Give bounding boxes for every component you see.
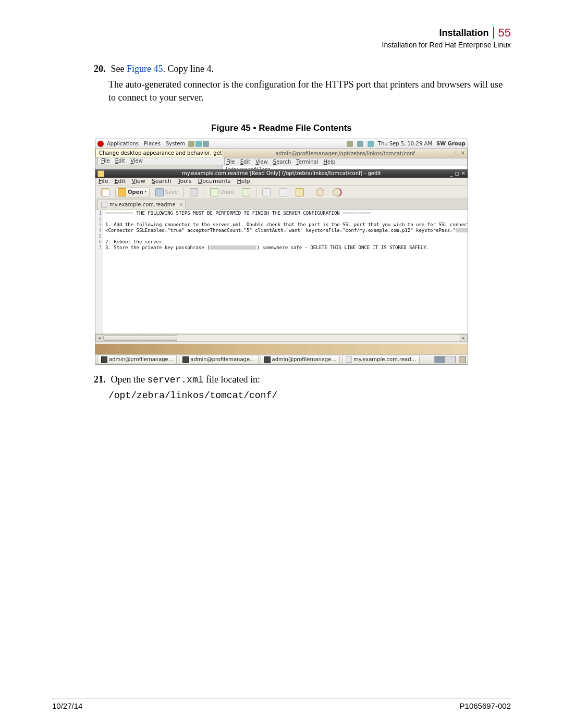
figure-xref[interactable]: Figure 45 [127,64,163,74]
menu-help[interactable]: Help [237,178,250,186]
taskbar-item[interactable]: admin@profilemanage... [179,355,258,364]
screenshot-figure: Applications Places System Thu Sep 5, 10… [95,139,468,365]
menu-applications[interactable]: Applications [105,140,141,147]
close-tab-icon[interactable]: ✕ [179,201,183,208]
menu-edit[interactable]: Edit [114,178,125,186]
find-replace-button[interactable] [330,187,344,198]
term-menu-search[interactable]: Search [273,158,291,166]
minimize-icon[interactable]: _ [449,150,452,157]
step-20: 20. See Figure 45. Copy line 4. [94,63,511,75]
new-button[interactable] [99,187,112,198]
terminal-window: admin@profilemanager:/opt/zebra/linkos/t… [223,149,468,171]
menu-system[interactable]: System [164,140,187,147]
find-button[interactable] [313,187,327,198]
term-menu-terminal[interactable]: Terminal [296,158,318,166]
launcher-icon[interactable] [188,141,194,147]
launcher-icon[interactable] [203,141,209,147]
figure-caption: Figure 45 • Readme File Contents [52,122,511,134]
term-menu-file[interactable]: File [101,157,110,165]
gnome-bottom-panel: admin@profilemanage... admin@profilemana… [95,354,468,364]
footer-date: 10/27/14 [52,701,82,710]
trash-icon[interactable] [459,356,466,363]
copy-icon [279,188,287,196]
panel-user[interactable]: SW Group [436,140,466,147]
scroll-left-icon[interactable]: ◂ [95,335,103,341]
taskbar-item[interactable]: admin@profilemanage... [97,355,177,364]
header-page-number: 55 [498,26,511,40]
maximize-icon[interactable]: ◻ [454,150,458,157]
menu-tools[interactable]: Tools [178,178,192,186]
term-menu-file[interactable]: File [226,158,235,166]
horizontal-scrollbar[interactable]: ◂ ▸ [95,334,468,341]
gedit-toolbar: Open▾ Save Undo [95,186,468,199]
panel-clock[interactable]: Thu Sep 5, 10:29 AM [378,140,432,147]
gedit-titlebar[interactable]: my.example.com.readme [Read Only] (/opt/… [95,169,468,178]
cut-button [260,187,273,198]
save-button: Save [153,187,181,198]
copy-button [276,187,290,198]
document-tab-label: my.example.com.readme [109,201,176,208]
scrollbar-track[interactable] [103,335,460,341]
menu-file[interactable]: File [99,178,108,186]
document-icon [101,202,107,208]
step-21: 21. Open the server.xml file located in: [94,373,511,386]
launcher-icon[interactable] [195,141,202,147]
scroll-right-icon[interactable]: ▸ [460,335,468,341]
terminal-titlebar[interactable]: admin@profilemanager:/opt/zebra/linkos/t… [223,149,468,158]
terminal-icon [264,356,271,363]
step-text: See [111,64,127,74]
undo-button: Undo [207,187,236,198]
filename: server.xml [147,375,203,385]
document-icon [346,356,352,363]
term-menu-edit[interactable]: Edit [115,157,125,165]
find-replace-icon [333,188,341,196]
menu-view[interactable]: View [132,178,145,186]
undo-icon [210,188,218,196]
close-icon[interactable]: ✕ [461,150,465,157]
menu-places[interactable]: Places [142,140,163,147]
term-menu-view[interactable]: View [255,158,268,166]
minimize-icon[interactable]: _ [450,170,452,177]
maximize-icon[interactable]: ◻ [455,170,459,177]
taskbar-item-active[interactable]: my.example.com.read... [342,355,420,364]
gedit-menubar: File Edit View Search Tools Documents He… [95,178,468,186]
page-header: Installation 55 Installation for Red Hat… [382,26,511,49]
terminal-menubar: File Edit View Search Terminal Help [223,158,468,166]
redhat-icon [97,141,104,147]
print-button[interactable] [187,187,201,198]
term-menu-view[interactable]: View [130,157,143,165]
editor-content[interactable]: ========== THE FOLLOWING STEPS MUST BE P… [103,210,468,334]
toolbar-separator [310,188,310,197]
gedit-editor[interactable]: 1234567 ========== THE FOLLOWING STEPS M… [95,210,468,334]
paste-icon [296,188,304,196]
cut-icon [262,188,271,196]
term-menu-edit[interactable]: Edit [240,158,250,166]
document-tab[interactable]: my.example.com.readme ✕ [97,200,186,209]
terminal-title-text: admin@profilemanager:/opt/zebra/linkos/t… [275,150,415,157]
close-icon[interactable]: ✕ [461,170,466,177]
desktop-wallpaper [95,344,468,354]
tray-icon[interactable] [368,141,374,147]
step-text-post: . Copy line 4. [163,64,214,74]
taskbar-item[interactable]: admin@profilemanage... [261,355,340,364]
tray-icon[interactable] [357,141,363,147]
gedit-window: my.example.com.readme [Read Only] (/opt/… [95,169,468,362]
terminal-menubar: File Edit View [97,157,225,165]
menu-documents[interactable]: Documents [198,178,231,186]
paste-button[interactable] [293,187,307,198]
open-button[interactable]: Open▾ [115,187,150,198]
step-text: file located in: [204,374,260,385]
redo-button [239,187,253,198]
page-footer: 10/27/14 P1065697-002 [52,698,511,710]
scrollbar-thumb[interactable] [103,335,177,341]
save-label: Save [165,189,178,196]
header-title: Installation [439,28,489,39]
terminal-icon [182,356,189,363]
redo-icon [242,188,250,196]
menu-search[interactable]: Search [152,178,172,186]
step-number: 21. [94,373,108,386]
tray-icon[interactable] [347,141,353,147]
workspace-switcher[interactable] [434,356,456,363]
chevron-down-icon[interactable]: ▾ [145,189,147,195]
term-menu-help[interactable]: Help [324,158,336,166]
